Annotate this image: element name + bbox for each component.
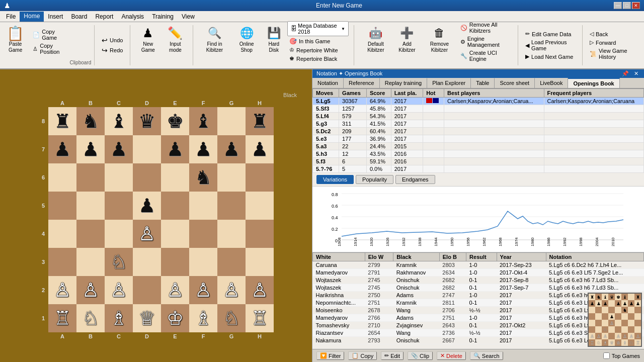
- tab-plan-explorer[interactable]: Plan Explorer: [427, 78, 471, 88]
- square-h5[interactable]: [246, 192, 274, 220]
- square-h3[interactable]: [246, 248, 274, 276]
- load-next-button[interactable]: ▶ Load Next Game: [523, 53, 577, 60]
- square-e1[interactable]: ♔: [161, 304, 189, 332]
- square-f6[interactable]: ♞: [189, 163, 217, 192]
- panel-pin-button[interactable]: 📌: [620, 70, 630, 77]
- game-row[interactable]: Mamedyarov 2791 Rakhmanov 2634 1-0 2017-…: [313, 269, 644, 277]
- square-g8[interactable]: [217, 107, 246, 135]
- var-tab-endgames[interactable]: Endgames: [395, 175, 435, 184]
- col-score[interactable]: Score: [366, 89, 391, 98]
- input-mode-button[interactable]: ✏️ Input mode: [163, 24, 188, 54]
- openings-row[interactable]: 5.e3 177 36.9% 2017: [313, 135, 644, 143]
- square-b1[interactable]: ♘: [76, 304, 105, 332]
- col-notation[interactable]: Notation: [546, 253, 644, 261]
- openings-row[interactable]: 5.Lf4 579 54.3% 2017: [313, 113, 644, 120]
- view-history-button[interactable]: 📜 View Game History: [588, 47, 640, 60]
- var-tab-popularity[interactable]: Popularity: [356, 175, 393, 184]
- square-d2[interactable]: [133, 276, 161, 304]
- square-e8[interactable]: ♚: [161, 107, 189, 135]
- square-h4[interactable]: [246, 220, 274, 248]
- square-h6[interactable]: [246, 163, 274, 192]
- square-b3[interactable]: [76, 248, 105, 276]
- tab-notation[interactable]: Notation: [312, 78, 344, 88]
- square-d1[interactable]: ♕: [133, 304, 161, 332]
- square-b2[interactable]: ♙: [76, 276, 105, 304]
- chess-board[interactable]: 8♜♞♝♛♚♝♜7♟♟♟♟♟♟♟6♞5♟4♙3♘2♙♙♙♙♙♙♙1♖♘♗♕♔♗♘…: [38, 107, 274, 332]
- edit-game-data-button[interactable]: ✏ Edit Game Data: [523, 30, 577, 38]
- remove-kibitzer-button[interactable]: 🗑 Remove Kibitzer: [422, 24, 457, 54]
- menu-home[interactable]: Home: [20, 12, 44, 22]
- square-e2[interactable]: ♙: [161, 276, 189, 304]
- col-result[interactable]: Result: [466, 253, 497, 261]
- square-c4[interactable]: [105, 220, 133, 248]
- square-e7[interactable]: ♟: [161, 135, 189, 163]
- panel-controls[interactable]: 📌 ✕: [620, 70, 640, 77]
- copy-button[interactable]: 📋 Copy: [348, 351, 377, 360]
- square-e6[interactable]: [161, 163, 189, 192]
- copy-game-button[interactable]: 📄 Copy Game: [31, 28, 67, 41]
- square-f1[interactable]: ♗: [189, 304, 217, 332]
- tab-livebook[interactable]: LiveBook: [535, 78, 568, 88]
- menu-training[interactable]: Training: [148, 12, 178, 21]
- panel-close-button[interactable]: ✕: [632, 70, 640, 77]
- menu-board[interactable]: Board: [67, 12, 91, 21]
- repertoire-white-button[interactable]: ♔ Repertoire White: [287, 46, 349, 54]
- square-f7[interactable]: ♟: [189, 135, 217, 163]
- menu-file[interactable]: File: [2, 12, 20, 21]
- square-e3[interactable]: [161, 248, 189, 276]
- games-table-scroll[interactable]: White Elo W Black Elo B Result Year Nota…: [312, 252, 644, 349]
- square-d7[interactable]: [133, 135, 161, 163]
- col-moves[interactable]: Moves: [313, 89, 339, 98]
- game-row[interactable]: Caruana 2799 Kramnik 2803 1-0 2017-Sep-2…: [313, 261, 644, 269]
- openings-row[interactable]: 5.a3 22 24.4% 2015: [313, 143, 644, 150]
- col-elo-b[interactable]: Elo B: [439, 253, 466, 261]
- square-f2[interactable]: ♙: [189, 276, 217, 304]
- in-this-game-button[interactable]: 🎯 In this Game: [287, 37, 349, 45]
- square-h8[interactable]: ♜: [246, 107, 274, 135]
- square-d6[interactable]: [133, 163, 161, 192]
- col-best[interactable]: Best players: [444, 89, 544, 98]
- openings-row[interactable]: 5.?-?6 5 0.0% 2017: [313, 165, 644, 173]
- openings-table-container[interactable]: Moves Games Score Last pla. Hot Best pla…: [312, 88, 644, 173]
- square-c5[interactable]: [105, 192, 133, 220]
- menu-view[interactable]: View: [178, 12, 199, 21]
- top-games-label[interactable]: Top Games: [612, 353, 640, 359]
- load-prev-button[interactable]: ◀ Load Previous Game: [523, 39, 577, 52]
- col-frequent[interactable]: Frequent players: [544, 89, 644, 98]
- square-c6[interactable]: [105, 163, 133, 192]
- menu-insert[interactable]: Insert: [44, 12, 67, 21]
- find-kibitzer-button[interactable]: 🔍 Find in Kibitzer: [198, 24, 230, 54]
- window-controls[interactable]: — □ ✕: [614, 2, 640, 9]
- square-g4[interactable]: [217, 220, 246, 248]
- square-c1[interactable]: ♗: [105, 304, 133, 332]
- square-d3[interactable]: [133, 248, 161, 276]
- square-g3[interactable]: [217, 248, 246, 276]
- col-year[interactable]: Year: [497, 253, 546, 261]
- square-a6[interactable]: [48, 163, 76, 192]
- square-g5[interactable]: [217, 192, 246, 220]
- var-tab-variations[interactable]: Variations: [316, 175, 354, 184]
- square-a2[interactable]: ♙: [48, 276, 76, 304]
- col-last[interactable]: Last pla.: [391, 89, 423, 98]
- square-h7[interactable]: ♟: [246, 135, 274, 163]
- square-a5[interactable]: [48, 192, 76, 220]
- square-f4[interactable]: [189, 220, 217, 248]
- square-c7[interactable]: ♟: [105, 135, 133, 163]
- game-row[interactable]: Wojtaszek 2745 Onischuk 2682 0-1 2017-Se…: [313, 284, 644, 292]
- openings-row[interactable]: 5.Lg5 30367 64.9% 2017 Carlsen;Kasparov;…: [313, 98, 644, 105]
- mega-database-dropdown[interactable]: 🗄 Mega Database 2018 ▼: [287, 21, 349, 36]
- delete-button[interactable]: ✕ Delete: [437, 351, 466, 360]
- openings-row[interactable]: 5.f3 6 59.1% 2016: [313, 158, 644, 165]
- copy-position-button[interactable]: ♙ Copy Position: [31, 42, 67, 55]
- close-button[interactable]: ✕: [632, 2, 640, 9]
- square-b6[interactable]: [76, 163, 105, 192]
- maximize-button[interactable]: □: [623, 2, 631, 9]
- back-button[interactable]: ◁ Back: [588, 30, 640, 38]
- openings-row[interactable]: 5.Dc2 209 60.4% 2017: [313, 128, 644, 135]
- square-a4[interactable]: [48, 220, 76, 248]
- undo-button[interactable]: ↩ Undo: [100, 36, 125, 45]
- online-shop-button[interactable]: 🌐 Online Shop: [233, 24, 261, 54]
- redo-button[interactable]: ↪ Redo: [100, 46, 125, 55]
- square-h1[interactable]: ♖: [246, 304, 274, 332]
- square-b4[interactable]: [76, 220, 105, 248]
